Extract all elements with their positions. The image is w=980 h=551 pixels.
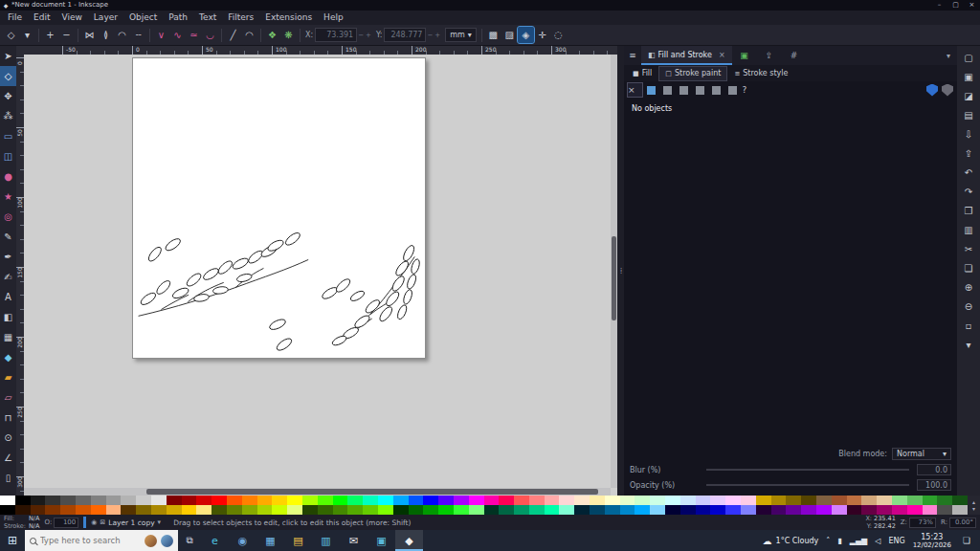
action-center-icon[interactable]: ❏	[959, 536, 974, 545]
tool-node-editor[interactable]: ◇	[0, 66, 16, 86]
palette-swatch[interactable]	[15, 496, 31, 505]
redo-button[interactable]: ↷	[959, 182, 978, 201]
close-button[interactable]: ×	[964, 0, 980, 11]
palette-swatch[interactable]	[756, 505, 771, 515]
palette-swatch[interactable]	[242, 496, 257, 505]
palette-swatch[interactable]	[590, 505, 605, 515]
palette-swatch[interactable]	[725, 505, 741, 515]
weather-widget[interactable]: ☁ 1°C Cloudy	[763, 536, 819, 546]
palette-swatch[interactable]	[182, 505, 197, 515]
minimize-button[interactable]: –	[931, 0, 947, 11]
insert-node-button[interactable]: +	[42, 27, 58, 43]
make-auto-node-button[interactable]: ◡	[202, 27, 218, 43]
paint-mesh-button[interactable]	[725, 83, 740, 97]
tool-spray[interactable]: ⁂	[0, 106, 16, 126]
palette-swatch[interactable]	[529, 505, 545, 515]
taskbar-store-icon[interactable]: ▥	[312, 530, 340, 551]
tool-3dbox[interactable]: ◫	[0, 146, 16, 166]
document-page[interactable]	[132, 57, 426, 359]
palette-swatch[interactable]	[409, 505, 424, 515]
palette-swatch[interactable]	[438, 496, 454, 505]
tool-bezier-pen[interactable]: ✒	[0, 247, 16, 267]
palette-swatch[interactable]	[121, 505, 136, 515]
layer-caret-icon[interactable]: ▾	[158, 518, 162, 526]
palette-swatch[interactable]	[227, 496, 242, 505]
x-decrement-button[interactable]: −	[357, 32, 365, 39]
save-document-button[interactable]: ◪	[959, 86, 978, 105]
palette-swatch[interactable]	[333, 505, 348, 515]
task-view-button[interactable]: ⧉	[178, 530, 201, 551]
blend-mode-dropdown[interactable]: Normal ▾	[892, 448, 951, 460]
dock-menu-icon[interactable]: ≡	[624, 51, 641, 60]
palette-swatch[interactable]	[620, 505, 635, 515]
palette-swatch[interactable]	[469, 496, 484, 505]
palette-swatch[interactable]	[710, 505, 725, 515]
paint-pattern-button[interactable]	[693, 83, 707, 97]
export-button[interactable]: ⇪	[959, 143, 978, 163]
palette-swatch[interactable]	[45, 496, 60, 505]
menu-item[interactable]: Help	[318, 11, 349, 25]
paste-button[interactable]: ▥	[959, 220, 978, 239]
edit-mask-toggle[interactable]: ▨	[501, 27, 518, 43]
palette-swatch[interactable]	[242, 505, 257, 515]
palette-swatch[interactable]	[91, 505, 106, 515]
tray-chevron-up-icon[interactable]: ˄	[826, 537, 830, 545]
print-button[interactable]: ▤	[959, 105, 978, 124]
show-path-outline-toggle[interactable]: ◌	[550, 27, 567, 43]
palette-scroll-down-icon[interactable]: ▾	[972, 506, 975, 512]
search-news-avatar[interactable]	[161, 535, 173, 547]
palette-swatch[interactable]	[907, 505, 923, 515]
palette-swatch[interactable]	[347, 505, 363, 515]
menu-item[interactable]: Text	[193, 11, 222, 25]
palette-swatch[interactable]	[212, 496, 227, 505]
palette-swatch[interactable]	[590, 496, 605, 505]
palette-swatch[interactable]	[892, 505, 907, 515]
object-to-path-button[interactable]: ❖	[264, 27, 280, 43]
menu-item[interactable]: Path	[163, 11, 193, 25]
palette-swatch[interactable]	[167, 505, 182, 515]
palette-swatch[interactable]	[469, 505, 484, 515]
palette-swatch[interactable]	[15, 505, 31, 515]
layer-visibility-eye-icon[interactable]: ◉	[91, 518, 97, 526]
zoom-value[interactable]: 73%	[909, 518, 936, 528]
palette-swatch[interactable]	[545, 505, 560, 515]
tool-mesh-gradient[interactable]: ▦	[0, 327, 16, 347]
fill-rule-nonzero-icon[interactable]	[926, 84, 938, 97]
menu-item[interactable]: Layer	[88, 11, 123, 25]
break-nodes-button[interactable]: ≬	[98, 27, 114, 43]
tool-eraser[interactable]: ▱	[0, 387, 16, 408]
tool-paint-bucket[interactable]: ▰	[0, 367, 16, 387]
palette-swatch[interactable]	[31, 505, 46, 515]
show-bezier-handles-toggle[interactable]: ✛	[534, 27, 550, 43]
tool-connector[interactable]: ⊓	[0, 408, 16, 428]
palette-swatch[interactable]	[499, 505, 514, 515]
palette-swatch[interactable]	[378, 505, 393, 515]
edit-clip-path-toggle[interactable]: ▩	[485, 27, 501, 43]
palette-swatch[interactable]	[786, 496, 801, 505]
palette-swatch[interactable]	[454, 505, 469, 515]
palette-swatch[interactable]	[499, 496, 514, 505]
palette-swatch[interactable]	[196, 496, 212, 505]
blur-value[interactable]: 0.0	[917, 464, 951, 475]
copy-button[interactable]: ❐	[959, 201, 978, 220]
taskbar-photos-icon[interactable]: ▣	[368, 530, 395, 551]
tool-rectangle[interactable]: ▭	[0, 126, 16, 146]
palette-swatch[interactable]	[136, 496, 151, 505]
taskbar-mail-icon[interactable]: ✉	[340, 530, 368, 551]
palette-swatch[interactable]	[877, 505, 892, 515]
palette-swatch[interactable]	[227, 505, 242, 515]
tool-selector[interactable]: ➤	[0, 46, 16, 66]
vertical-scrollbar-thumb[interactable]	[612, 236, 616, 320]
segment-to-curve-button[interactable]: ◠	[241, 27, 257, 43]
palette-swatch[interactable]	[106, 505, 122, 515]
palette-swatch[interactable]	[31, 496, 46, 505]
tool-options-caret[interactable]: ▾	[19, 27, 35, 43]
join-segment-button[interactable]: ◠	[114, 27, 130, 43]
subtab-stroke-style[interactable]: ≡ Stroke style	[728, 67, 793, 80]
palette-swatch[interactable]	[952, 505, 968, 515]
palette-swatch[interactable]	[272, 496, 287, 505]
horizontal-ruler[interactable]: -50050100150200250300	[24, 46, 617, 55]
paint-flat-color-button[interactable]	[644, 83, 658, 97]
vertical-ruler[interactable]: 050100150200250300	[16, 55, 24, 496]
tool-pencil[interactable]: ✎	[0, 227, 16, 247]
